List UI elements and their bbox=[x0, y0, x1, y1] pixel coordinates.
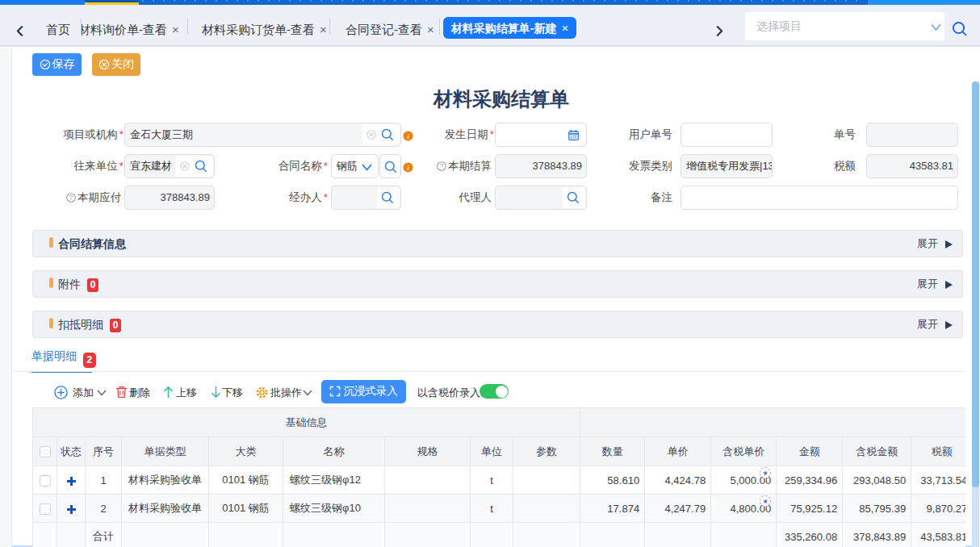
svg-text:?: ? bbox=[440, 163, 444, 170]
svg-text:?: ? bbox=[69, 194, 73, 202]
